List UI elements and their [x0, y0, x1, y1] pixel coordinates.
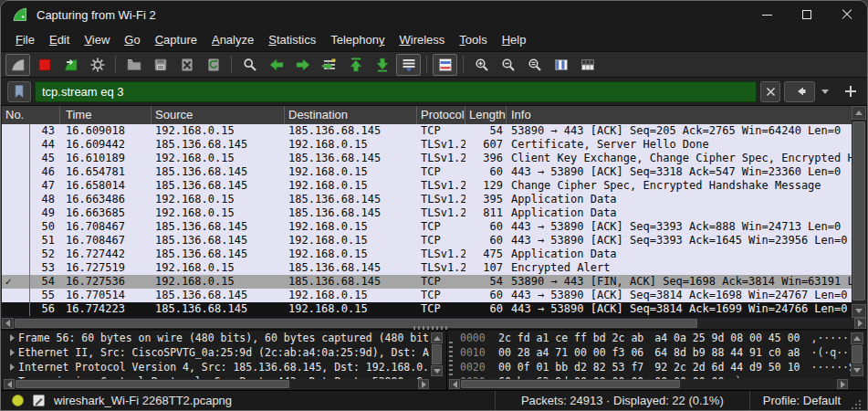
filter-add-button[interactable] [841, 81, 861, 102]
scrollbar-thumb[interactable] [16, 380, 289, 388]
auto-scroll-icon[interactable] [396, 54, 421, 76]
details-horizontal-scrollbar[interactable] [4, 379, 429, 389]
packet-row-46[interactable]: 4616.654781185.136.68.145192.168.0.15TCP… [2, 165, 852, 179]
menu-item-wireless[interactable]: Wireless [392, 30, 453, 49]
filter-bookmark-button[interactable] [7, 81, 31, 102]
next-packet-icon[interactable] [290, 54, 315, 76]
hex-row-0020[interactable]: 002000 0f 01 bb d2 82 53 f792 2c 2d 6d 4… [447, 360, 866, 374]
close-icon[interactable] [827, 1, 867, 28]
expand-arrow-icon[interactable] [5, 334, 18, 342]
packet-row-55[interactable]: 5516.770514185.136.68.145192.168.0.15TCP… [2, 289, 852, 302]
packet-row-52[interactable]: 5216.727442185.136.68.145192.168.0.15TLS… [2, 248, 852, 261]
scroll-up-icon[interactable] [431, 332, 443, 343]
scrollbar-thumb[interactable] [432, 344, 442, 364]
profile-label[interactable]: Profile: Default [763, 394, 841, 407]
previous-packet-icon[interactable] [264, 54, 288, 76]
packet-row-56[interactable]: 5616.774223185.136.68.145192.168.0.15TCP… [2, 302, 852, 316]
close-file-icon[interactable] [174, 54, 199, 76]
packet-row-49[interactable]: 4916.663685192.168.0.15185.136.68.145TLS… [2, 206, 852, 220]
details-vertical-scrollbar[interactable] [431, 332, 443, 376]
filter-clear-button[interactable] [760, 81, 780, 102]
menu-item-capture[interactable]: Capture [148, 30, 204, 49]
menu-item-file[interactable]: File [8, 30, 42, 49]
packet-row-45[interactable]: 4516.610189192.168.0.15185.136.68.145TLS… [2, 152, 852, 165]
scroll-left-icon[interactable] [449, 379, 460, 389]
start-capture-icon[interactable] [5, 54, 30, 76]
scrollbar-thumb[interactable] [15, 319, 697, 328]
scroll-up-icon[interactable] [851, 332, 863, 344]
menu-item-analyze[interactable]: Analyze [204, 30, 261, 49]
scroll-down-icon[interactable] [431, 365, 443, 376]
scroll-down-icon[interactable] [852, 304, 866, 318]
packet-list-vertical-scrollbar[interactable] [852, 106, 866, 318]
column-header-info[interactable]: Info [507, 106, 852, 124]
packet-row-44[interactable]: 4416.609442185.136.68.145192.168.0.15TLS… [2, 138, 852, 152]
minimize-icon[interactable] [747, 1, 787, 28]
resize-grip[interactable] [850, 398, 862, 410]
capture-options-icon[interactable] [85, 54, 110, 76]
menu-item-edit[interactable]: Edit [42, 30, 77, 49]
last-packet-icon[interactable] [370, 54, 394, 76]
scroll-down-icon[interactable] [851, 364, 863, 376]
scroll-left-icon[interactable] [2, 318, 14, 329]
column-header-source[interactable]: Source [152, 106, 285, 124]
menu-item-help[interactable]: Help [495, 30, 534, 49]
scroll-right-icon[interactable] [837, 379, 848, 389]
menu-item-view[interactable]: View [77, 30, 117, 49]
display-filter-input[interactable] [35, 81, 757, 102]
go-to-packet-icon[interactable] [317, 54, 341, 76]
hex-horizontal-scrollbar[interactable] [449, 379, 848, 389]
capture-comment-icon[interactable] [32, 394, 46, 407]
packet-row-54[interactable]: ✓5416.727536192.168.0.15185.136.68.145TC… [2, 275, 852, 289]
restart-capture-icon[interactable] [58, 54, 83, 76]
packet-row-53[interactable]: 5316.727519192.168.0.15185.136.68.145TLS… [2, 261, 852, 275]
hex-row-0000[interactable]: 00002c fd a1 ce ff bd 2c aba4 0a 25 9d 0… [447, 331, 866, 345]
zoom-reset-icon[interactable] [522, 54, 547, 76]
column-header-time[interactable]: Time [60, 106, 152, 124]
save-file-icon[interactable] [148, 54, 173, 76]
filter-apply-dropdown-icon[interactable] [821, 90, 829, 94]
expert-info-icon[interactable] [12, 395, 24, 406]
scrollbar-thumb[interactable] [852, 345, 863, 364]
column-header-length[interactable]: Length [465, 106, 507, 124]
packet-row-43[interactable]: 4316.609018192.168.0.15185.136.68.145TCP… [2, 124, 852, 138]
expand-arrow-icon[interactable] [5, 349, 18, 356]
column-header-no[interactable]: No. [2, 106, 60, 124]
packet-row-51[interactable]: 5116.708467185.136.68.145192.168.0.15TCP… [2, 234, 852, 248]
menu-item-statistics[interactable]: Statistics [261, 30, 323, 49]
first-packet-icon[interactable] [343, 54, 368, 76]
detail-line-2[interactable]: Internet Protocol Version 4, Src: 185.13… [2, 360, 444, 374]
scroll-right-icon[interactable] [418, 379, 429, 389]
splitter-grip[interactable] [413, 326, 448, 330]
scroll-up-icon[interactable] [852, 106, 866, 120]
packet-row-47[interactable]: 4716.658014185.136.68.145192.168.0.15TLS… [2, 179, 852, 193]
detail-line-1[interactable]: Ethernet II, Src: CiscoSPVTG_0a:25:9d (2… [2, 345, 444, 360]
hex-vertical-scrollbar[interactable] [851, 332, 863, 376]
colorize-icon[interactable] [433, 54, 457, 76]
splitter-grip-vertical[interactable] [449, 342, 453, 376]
packet-row-50[interactable]: 5016.708467185.136.68.145192.168.0.15TCP… [2, 220, 852, 234]
expand-arrow-icon[interactable] [5, 364, 18, 371]
zoom-in-icon[interactable] [469, 54, 494, 76]
scrollbar-thumb[interactable] [852, 121, 865, 300]
open-file-icon[interactable] [121, 54, 146, 76]
column-header-protocol[interactable]: Protocol [417, 106, 465, 124]
hex-row-0010[interactable]: 001000 28 a4 71 00 00 f3 0664 8d b9 88 4… [447, 345, 866, 360]
resize-columns-icon[interactable] [549, 54, 573, 76]
scroll-right-icon[interactable] [854, 318, 866, 329]
scroll-left-icon[interactable] [4, 379, 15, 389]
scrollbar-thumb[interactable] [461, 380, 680, 388]
find-packet-icon[interactable] [237, 54, 262, 76]
menu-item-go[interactable]: Go [117, 30, 147, 49]
fixed-width-columns-icon[interactable] [575, 54, 600, 76]
maximize-icon[interactable] [787, 1, 827, 28]
packet-row-48[interactable]: 4816.663486192.168.0.15185.136.68.145TLS… [2, 193, 852, 206]
stop-capture-icon[interactable] [32, 54, 57, 76]
menu-item-tools[interactable]: Tools [452, 30, 494, 49]
column-header-destination[interactable]: Destination [285, 106, 417, 124]
zoom-out-icon[interactable] [496, 54, 520, 76]
detail-line-0[interactable]: Frame 56: 60 bytes on wire (480 bits), 6… [2, 331, 444, 345]
menu-item-telephony[interactable]: Telephony [323, 30, 392, 49]
filter-apply-button[interactable] [784, 81, 815, 102]
reload-icon[interactable] [201, 54, 225, 76]
